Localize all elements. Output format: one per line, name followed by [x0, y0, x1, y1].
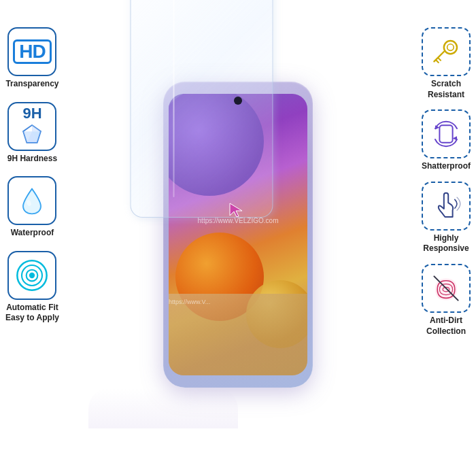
cursor-icon	[227, 201, 246, 222]
waterproof-icon-box	[7, 176, 56, 225]
hd-icon-box: HD	[7, 27, 56, 76]
touch-icon	[430, 190, 462, 222]
9h-text: 9H	[22, 106, 41, 121]
scratch-icon-box	[422, 27, 471, 76]
glass-screen-protector	[131, 0, 273, 218]
hd-transparency-label: Transparency	[5, 79, 58, 90]
fingerprint-icon	[430, 272, 462, 305]
shatterproof-label: Shatterproof	[422, 161, 471, 172]
left-features-column: HD Transparency 9H 9H Hardness	[5, 27, 59, 324]
svg-line-13	[434, 52, 443, 61]
feature-waterproof: Waterproof	[7, 176, 56, 239]
waterdrop-icon	[19, 186, 45, 216]
svg-line-15	[437, 61, 439, 63]
auto-fit-icon-box	[7, 251, 56, 300]
9h-icon-box: 9H	[7, 102, 56, 151]
svg-point-11	[444, 41, 457, 54]
svg-point-9	[29, 273, 35, 278]
phone-display: https://www.VELZIGO.com https://www.V...	[143, 68, 333, 408]
feature-highly-responsive: HighlyResponsive	[422, 182, 471, 254]
right-features-column: ScratchResistant Shatterproof	[422, 27, 471, 337]
key-icon	[430, 35, 462, 68]
svg-line-14	[439, 58, 441, 61]
waterproof-label: Waterproof	[11, 228, 54, 239]
scratch-resistant-label: ScratchResistant	[428, 79, 464, 100]
feature-auto-fit: Automatic FitEasy to Apply	[5, 251, 59, 324]
9h-hardness-label: 9H Hardness	[7, 154, 57, 165]
shatterproof-icon-box	[422, 109, 471, 158]
anti-dirt-label: Anti-DirtCollection	[426, 316, 466, 337]
responsive-icon-box	[422, 182, 471, 231]
product-features-page: HD Transparency 9H 9H Hardness	[0, 0, 476, 476]
phone-reflection	[88, 388, 238, 428]
anti-dirt-icon-box	[422, 264, 471, 313]
feature-hd-transparency: HD Transparency	[5, 27, 58, 90]
screen-texture-wood	[169, 294, 307, 375]
feature-scratch-resistant: ScratchResistant	[422, 27, 471, 100]
diamond-icon	[19, 121, 45, 147]
rotate-icon	[430, 118, 462, 150]
svg-marker-10	[230, 203, 242, 217]
feature-anti-dirt: Anti-DirtCollection	[422, 264, 471, 337]
target-icon	[15, 258, 49, 292]
diamond-container: 9H	[19, 106, 45, 147]
feature-shatterproof: Shatterproof	[422, 109, 471, 172]
svg-point-12	[447, 44, 454, 51]
svg-rect-16	[439, 125, 452, 143]
phone-notch-camera	[234, 97, 242, 105]
hd-icon: HD	[13, 39, 51, 65]
watermark2-text: https://www.V...	[169, 299, 210, 305]
highly-responsive-label: HighlyResponsive	[423, 233, 469, 254]
feature-9h-hardness: 9H 9H Hardness	[7, 102, 57, 165]
auto-fit-label: Automatic FitEasy to Apply	[5, 303, 59, 324]
